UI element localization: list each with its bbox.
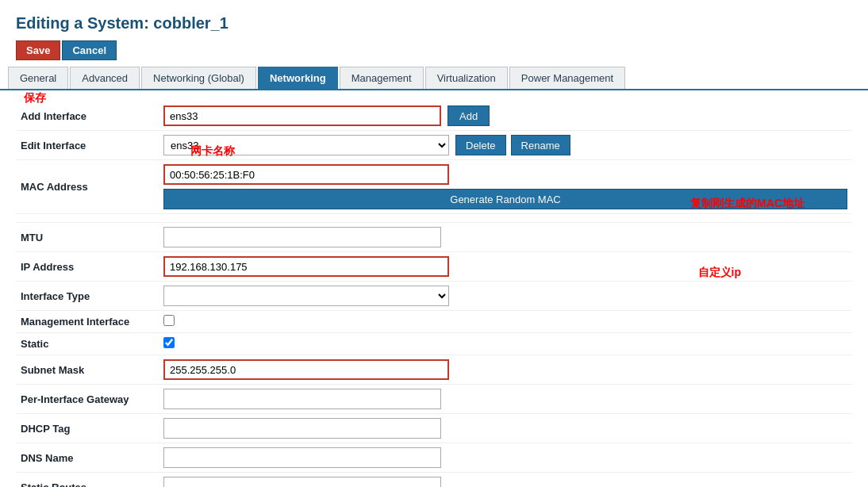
dhcp-tag-row: DHCP Tag <box>16 414 852 443</box>
edit-interface-label: Edit Interface <box>16 131 159 160</box>
page-title: Editing a System: cobbler_1 <box>0 8 868 37</box>
management-interface-checkbox[interactable] <box>163 315 175 326</box>
toolbar: Save Cancel <box>0 37 868 67</box>
cancel-button[interactable]: Cancel <box>62 40 117 60</box>
tab-virtualization[interactable]: Virtualization <box>425 67 508 89</box>
add-interface-label: Add Interface <box>16 102 159 131</box>
interface-type-row: Interface Type <box>16 282 852 311</box>
tab-advanced[interactable]: Advanced <box>70 67 140 89</box>
mtu-label: MTU <box>16 223 159 252</box>
subnet-mask-row: Subnet Mask <box>16 355 852 385</box>
management-interface-label: Management Interface <box>16 311 159 333</box>
add-interface-button[interactable]: Add <box>447 105 490 126</box>
static-routes-input[interactable] <box>163 477 441 487</box>
static-label: Static <box>16 333 159 355</box>
rename-interface-button[interactable]: Rename <box>511 135 570 155</box>
mtu-row: MTU <box>16 223 852 252</box>
dns-name-input[interactable] <box>163 447 441 468</box>
tab-general[interactable]: General <box>8 67 68 89</box>
dns-name-label: DNS Name <box>16 443 159 473</box>
add-interface-input[interactable] <box>163 105 441 126</box>
tab-networking[interactable]: Networking <box>258 67 338 89</box>
add-interface-row: Add Interface Add <box>16 102 852 131</box>
form-table: Add Interface Add Edit Interface <box>16 102 852 487</box>
static-routes-row: Static Routes <box>16 473 852 488</box>
static-checkbox[interactable] <box>163 337 175 348</box>
tab-networking-global[interactable]: Networking (Global) <box>141 67 256 89</box>
mac-copy-annotation: 复制刚生成的MAC地址 <box>690 197 805 211</box>
dhcp-tag-input[interactable] <box>163 418 441 439</box>
per-interface-gw-input[interactable] <box>163 389 441 409</box>
form-content: Add Interface Add Edit Interface <box>0 90 868 487</box>
mtu-input[interactable] <box>163 227 441 247</box>
per-interface-gw-row: Per-Interface Gateway <box>16 385 852 414</box>
subnet-mask-input[interactable] <box>163 359 449 380</box>
static-routes-label: Static Routes <box>16 473 159 488</box>
edit-interface-row: Edit Interface ens33 Delete Rename <box>16 131 852 160</box>
tab-power-management[interactable]: Power Management <box>509 67 625 89</box>
tabs-bar: General Advanced Networking (Global) Net… <box>0 67 868 90</box>
per-interface-gw-label: Per-Interface Gateway <box>16 385 159 414</box>
interface-type-select[interactable] <box>163 286 449 306</box>
static-row: Static <box>16 333 852 355</box>
ip-address-input[interactable] <box>163 256 449 277</box>
dhcp-tag-label: DHCP Tag <box>16 414 159 443</box>
tab-management[interactable]: Management <box>340 67 424 89</box>
interface-type-label: Interface Type <box>16 282 159 311</box>
save-button[interactable]: Save <box>16 40 60 60</box>
nic-annotation: 网卡名称 <box>190 144 235 159</box>
delete-interface-button[interactable]: Delete <box>455 135 506 155</box>
edit-interface-input-cell: ens33 Delete Rename <box>159 131 852 160</box>
ip-address-label: IP Address <box>16 252 159 282</box>
subnet-mask-label: Subnet Mask <box>16 355 159 385</box>
add-interface-input-cell: Add <box>159 102 852 131</box>
save-annotation: 保存 <box>24 91 46 105</box>
dns-name-row: DNS Name <box>16 443 852 473</box>
mac-address-input[interactable] <box>163 164 449 185</box>
mac-address-label: MAC Address <box>16 160 159 214</box>
management-interface-row: Management Interface <box>16 311 852 333</box>
custom-ip-annotation: 自定义ip <box>698 266 741 280</box>
